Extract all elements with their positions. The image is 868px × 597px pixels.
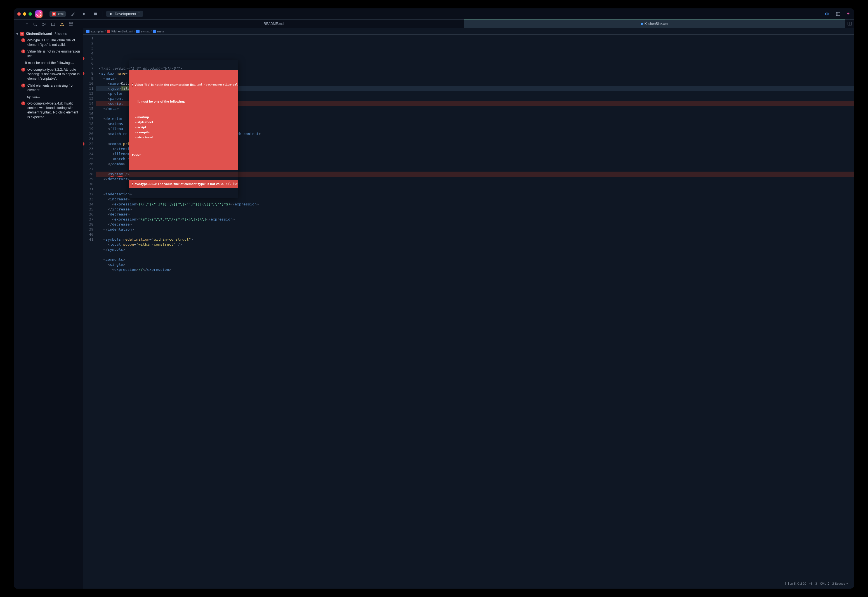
code-line[interactable]: <expression>^\s*(\s*/\*.*\*/\s*)*[\}\]\)… — [96, 217, 854, 222]
error-icon: ! — [132, 182, 133, 186]
line-number: 39 — [83, 227, 94, 232]
line-number: 14 — [83, 101, 94, 106]
code-line[interactable]: <expression>(\{[^}\"']*$)|(\[[^\]\"']*$)… — [96, 202, 854, 207]
folder-icon — [86, 30, 89, 33]
error-icon: ! — [21, 49, 25, 53]
preview-eye-icon[interactable] — [823, 10, 831, 18]
code-line[interactable]: </increase> — [96, 207, 854, 212]
error-icon: ! — [132, 83, 133, 87]
project-file-label: xml — [58, 12, 64, 16]
diagnostic-options: markupstylesheetscriptcompiledstructured — [135, 114, 235, 140]
tab-label: README.md — [264, 22, 284, 26]
diagnostic-code-label: Code: — [132, 153, 235, 157]
scheme-picker[interactable]: Development — [106, 10, 143, 17]
issue-item[interactable]: !cvc-complex-type.2.4.d: Invalid content… — [14, 100, 83, 120]
chevron-updown-icon — [827, 582, 829, 585]
issue-text: cvc-complex-type.2.4.d: Invalid content … — [27, 101, 81, 119]
svg-rect-9 — [71, 23, 73, 24]
code-line[interactable]: <comments> — [96, 257, 854, 262]
error-gutter-icon[interactable] — [83, 57, 85, 60]
line-number: 11 — [83, 86, 94, 91]
issue-text: cvc-complex-type.3.2.2: Attribute 'shban… — [27, 67, 81, 81]
code[interactable]: ! Value 'file' is not in the enumeration… — [96, 35, 854, 589]
issue-item[interactable]: It must be one of the following:… — [14, 59, 83, 66]
diagnostic-source: xml (cvc-enumeration-valid) — [198, 82, 238, 87]
app-logo-icon — [35, 10, 43, 18]
diagnostic-secondary-title: cvc-type.3.1.3: The value 'file' of elem… — [135, 181, 224, 186]
error-gutter-icon[interactable] — [83, 142, 85, 146]
breadcrumb: examples/KitchenSink.xml/syntax/meta — [83, 28, 854, 35]
new-tab-plus-icon[interactable]: + — [845, 11, 851, 17]
breadcrumb-item[interactable]: meta — [153, 30, 164, 33]
issue-item[interactable]: !cvc-type.3.1.3: The value 'file' of ele… — [14, 37, 83, 48]
diagnostic-title: Value 'file' is not in the enumeration l… — [135, 82, 195, 87]
scm-nav-icon[interactable] — [42, 22, 47, 27]
indent-picker[interactable]: 2 Spaces — [832, 582, 849, 585]
tab-label: KitchenSink.xml — [645, 22, 668, 26]
code-area[interactable]: 1234567891011121314151617181920212223242… — [83, 35, 854, 589]
svg-rect-2 — [836, 12, 838, 16]
search-nav-icon[interactable] — [33, 22, 38, 27]
svg-rect-0 — [94, 13, 97, 15]
svg-rect-10 — [69, 25, 70, 26]
minimize-window-button[interactable] — [23, 12, 26, 16]
code-line[interactable]: </symbols> — [96, 247, 854, 252]
xml-icon — [107, 30, 110, 33]
line-number: 3 — [83, 46, 94, 51]
issue-item[interactable]: - syntax… — [14, 94, 83, 100]
tab-kitchensink-xml[interactable]: KitchenSink.xml — [464, 19, 845, 28]
tab-readme-md[interactable]: README.md — [83, 19, 464, 28]
breadcrumb-item[interactable]: examples — [86, 30, 104, 33]
svg-point-5 — [43, 25, 44, 26]
cursor-icon — [785, 582, 789, 585]
issue-text: It must be one of the following:… — [25, 61, 81, 65]
line-number: 6 — [83, 61, 94, 66]
issue-item[interactable]: !cvc-complex-type.3.2.2: Attribute 'shba… — [14, 66, 83, 82]
issues-file-name: KitchenSink.xml — [26, 32, 52, 36]
project-file-badge[interactable]: <> xml — [49, 11, 66, 17]
line-number: 16 — [83, 111, 94, 116]
issues-file-header[interactable]: ▶ <> KitchenSink.xml 5 issues — [14, 31, 83, 37]
panel-icon[interactable] — [834, 10, 842, 18]
close-window-button[interactable] — [17, 12, 21, 16]
code-line[interactable]: </decrease> — [96, 222, 854, 227]
code-line[interactable]: <symbols redefinition="within-construct"… — [96, 237, 854, 242]
reports-nav-icon[interactable] — [68, 22, 74, 27]
cursor-position[interactable]: Ln 5, Col 20 — [785, 582, 806, 585]
issues-nav-icon[interactable] — [59, 22, 65, 27]
files-nav-icon[interactable] — [24, 22, 29, 27]
language-picker[interactable]: XML — [820, 582, 830, 585]
line-number: 35 — [83, 207, 94, 212]
code-line[interactable] — [96, 252, 854, 257]
zoom-window-button[interactable] — [28, 12, 32, 16]
breadcrumb-label: syntax — [141, 30, 150, 33]
build-hammer-icon[interactable] — [69, 10, 77, 18]
run-play-icon[interactable] — [80, 10, 88, 18]
issue-item[interactable]: !Value 'file' is not in the enumeration … — [14, 48, 83, 59]
code-line[interactable] — [96, 232, 854, 237]
breadcrumb-item[interactable]: syntax — [136, 30, 150, 33]
scheme-icon — [109, 12, 113, 16]
code-line[interactable]: <local scope="within-construct" /> — [96, 242, 854, 247]
diagnostic-option: script — [135, 125, 235, 130]
split-editor-icon[interactable] — [845, 19, 854, 28]
sidebar: ▶ <> KitchenSink.xml 5 issues !cvc-type.… — [14, 19, 83, 589]
clips-nav-icon[interactable] — [51, 22, 56, 27]
gutter: 1234567891011121314151617181920212223242… — [83, 35, 96, 589]
error-gutter-icon[interactable] — [83, 72, 85, 75]
code-line[interactable]: <single> — [96, 262, 854, 267]
stop-icon[interactable] — [91, 10, 99, 18]
issues-pane: ▶ <> KitchenSink.xml 5 issues !cvc-type.… — [14, 29, 83, 589]
code-line[interactable]: <expression>//</expression> — [96, 267, 854, 272]
chevron-down-icon: ▶ — [16, 33, 19, 35]
line-number: 7 — [83, 66, 94, 71]
breadcrumb-item[interactable]: KitchenSink.xml — [107, 30, 133, 33]
code-line[interactable]: <decrease> — [96, 212, 854, 217]
svg-point-6 — [45, 24, 46, 25]
statusbar: Ln 5, Col 20 +5, -3 XML 2 Spaces — [783, 581, 851, 587]
line-number: 40 — [83, 232, 94, 237]
line-number: 18 — [83, 121, 94, 126]
code-line[interactable]: </indentation> — [96, 227, 854, 232]
issue-item[interactable]: !Child elements are missing from element… — [14, 82, 83, 94]
line-number: 31 — [83, 187, 94, 192]
